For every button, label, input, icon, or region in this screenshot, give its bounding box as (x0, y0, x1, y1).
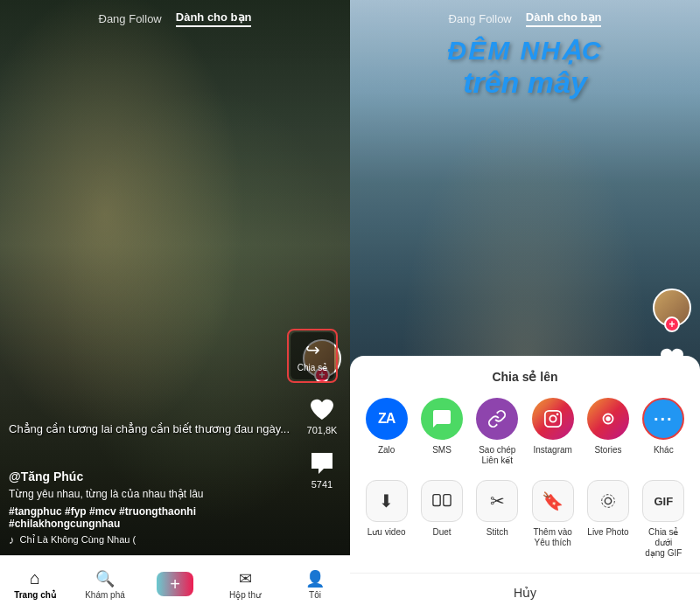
share-button-left[interactable]: ↪ Chia sẻ (290, 332, 334, 379)
svg-point-2 (556, 414, 558, 416)
share-sheet: Chia sẻ lên ZA Zalo SMS Sao chépLiên kết (350, 356, 700, 612)
more-label: Khác (654, 445, 674, 456)
create-button[interactable]: + (157, 572, 193, 596)
save-video-icon: ⬇ (366, 480, 408, 522)
share-stitch[interactable]: ✂ Stitch (474, 480, 520, 538)
share-more[interactable]: ··· Khác (640, 398, 686, 456)
share-instagram[interactable]: Instagram (530, 398, 576, 456)
copy-link-label: Sao chépLiên kết (479, 445, 515, 466)
event-title-bottom: trên mây (368, 66, 682, 100)
live-photo-icon (587, 480, 629, 522)
nav-explore-label: Khám phá (85, 590, 125, 600)
home-icon: ⌂ (30, 568, 40, 588)
for-you-tab-left[interactable]: Dành cho bạn (176, 10, 252, 27)
bottom-info-left: @Tăng Phúc Từng yêu nhau, từng là của nh… (9, 469, 298, 546)
instagram-icon (532, 398, 574, 440)
live-photo-label: Live Photo (587, 527, 628, 538)
for-you-tab-right[interactable]: Dành cho bạn (526, 10, 602, 27)
instagram-label: Instagram (533, 445, 571, 456)
sms-label: SMS (432, 445, 452, 456)
following-tab-left[interactable]: Đang Follow (99, 12, 162, 25)
share-row-2: ⬇ Lưu video Duet ✂ Stitch 🔖 Thêm vàoYêu … (350, 480, 700, 559)
share-sms[interactable]: SMS (419, 398, 465, 456)
right-follow-plus-icon[interactable]: + (664, 316, 680, 332)
heart-icon (308, 395, 336, 423)
comment-action[interactable]: 5741 (308, 449, 336, 490)
hashtags: #tangphuc #fyp #mcv #truongthaonhi #chil… (9, 505, 298, 530)
share-live-photo[interactable]: Live Photo (585, 480, 631, 538)
svg-rect-5 (433, 495, 440, 506)
music-title: Chỉ Là Không Cùng Nhau ( (20, 534, 136, 546)
gif-icon: GIF (642, 480, 684, 522)
share-gif[interactable]: GIF Chia sẻ dướidạng GIF (640, 480, 686, 559)
duet-icon (421, 480, 463, 522)
username[interactable]: @Tăng Phúc (9, 469, 298, 483)
comment-icon (308, 449, 336, 477)
share-sheet-title: Chia sẻ lên (350, 370, 700, 384)
stories-icon (587, 398, 629, 440)
inbox-icon: ✉ (239, 569, 252, 588)
share-save-video[interactable]: ⬇ Lưu video (364, 480, 410, 538)
bottom-nav: ⌂ Trang chủ 🔍 Khám phá + ✉ Hộp thư 👤 Tôi (0, 555, 350, 612)
share-zalo[interactable]: ZA Zalo (364, 398, 410, 456)
svg-rect-6 (444, 495, 451, 506)
side-actions-left: + 701,8K 5741 ↪ Chia sẻ (303, 339, 341, 490)
left-top-bar: Đang Follow Dành cho bạn (0, 0, 350, 34)
right-avatar-wrap[interactable]: + (653, 289, 691, 327)
like-action[interactable]: 701,8K (307, 395, 338, 435)
subtitle-text: Chẳng cần tương lai chẳng cần biết thươn… (9, 421, 298, 437)
stories-label: Stories (594, 445, 621, 456)
stitch-label: Stitch (486, 527, 508, 538)
share-duet[interactable]: Duet (419, 480, 465, 538)
like-count: 701,8K (307, 425, 338, 435)
left-video-panel: Đang Follow Dành cho bạn Chẳng cần tương… (0, 0, 350, 612)
share-copy-link[interactable]: Sao chépLiên kết (474, 398, 520, 466)
duet-label: Duet (432, 527, 451, 538)
share-stories[interactable]: Stories (585, 398, 631, 456)
nav-inbox-label: Hộp thư (229, 590, 261, 600)
share-label: Chia sẻ (298, 363, 327, 372)
share-row-1: ZA Zalo SMS Sao chépLiên kết Instagr (350, 398, 700, 466)
more-options-icon: ··· (642, 398, 684, 440)
stitch-icon: ✂ (476, 480, 518, 522)
music-note-icon: ♪ (9, 533, 15, 546)
right-top-bar: Đang Follow Dành cho bạn (350, 0, 700, 34)
nav-explore[interactable]: 🔍 Khám phá (70, 569, 140, 600)
description: Từng yêu nhau, từng là của nhau thật lâu (9, 487, 298, 502)
svg-point-4 (606, 416, 611, 421)
nav-home[interactable]: ⌂ Trang chủ (0, 568, 70, 600)
share-icon: ↪ (305, 339, 320, 360)
svg-point-7 (605, 497, 611, 504)
bookmark-icon: 🔖 (532, 480, 574, 522)
share-bookmark[interactable]: 🔖 Thêm vàoYêu thích (530, 480, 576, 548)
comment-count: 5741 (312, 479, 332, 490)
svg-point-8 (602, 495, 615, 508)
sms-icon (421, 398, 463, 440)
nav-home-label: Trang chủ (14, 590, 56, 600)
zalo-icon: ZA (366, 398, 408, 440)
gif-label: Chia sẻ dướidạng GIF (640, 527, 686, 559)
profile-icon: 👤 (305, 569, 325, 588)
bookmark-label: Thêm vàoYêu thích (533, 527, 571, 548)
event-title: ĐÊM NHẠC trên mây (350, 35, 700, 100)
nav-profile[interactable]: 👤 Tôi (280, 569, 350, 600)
svg-rect-0 (544, 411, 560, 427)
svg-point-1 (550, 415, 556, 421)
music-bar[interactable]: ♪ Chỉ Là Không Cùng Nhau ( (9, 533, 298, 546)
nav-create[interactable]: + (140, 572, 210, 596)
right-video-panel: Đang Follow Dành cho bạn ĐÊM NHẠC trên m… (350, 0, 700, 612)
share-highlight-box: ↪ Chia sẻ (287, 329, 338, 383)
event-title-top: ĐÊM NHẠC (368, 35, 682, 66)
save-video-label: Lưu video (368, 527, 406, 538)
nav-inbox[interactable]: ✉ Hộp thư (210, 569, 280, 600)
zalo-label: Zalo (378, 445, 395, 456)
cancel-button[interactable]: Hủy (350, 573, 700, 612)
nav-profile-label: Tôi (309, 590, 321, 600)
following-tab-right[interactable]: Đang Follow (449, 12, 512, 25)
copy-link-icon (476, 398, 518, 440)
search-icon: 🔍 (95, 569, 115, 588)
